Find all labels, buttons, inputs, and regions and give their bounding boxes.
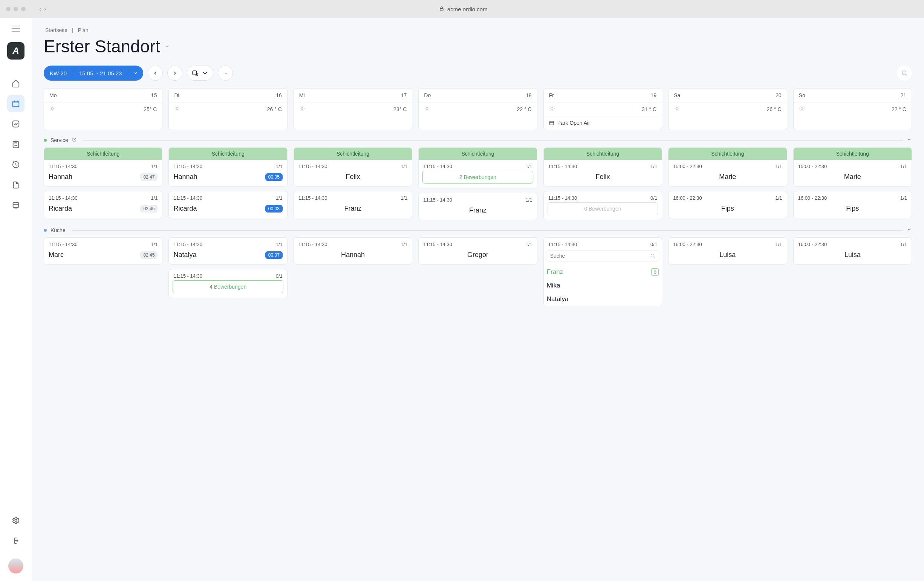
shift-card[interactable]: 11:15 - 14:301/1Marc02:45 bbox=[44, 238, 162, 264]
nav-data[interactable] bbox=[7, 197, 25, 214]
shift-card[interactable]: Schichtleitung11:15 - 14:301/12 Bewerbun… bbox=[418, 147, 537, 188]
shift-card[interactable]: 16:00 - 22:301/1Luisa bbox=[793, 238, 912, 264]
nav-home[interactable] bbox=[7, 74, 25, 92]
sun-icon bbox=[799, 106, 805, 113]
prev-week-button[interactable] bbox=[148, 66, 163, 81]
shift-count: 1/1 bbox=[276, 163, 283, 169]
page-title[interactable]: Erster Standort bbox=[44, 36, 912, 56]
shift-card[interactable]: 16:00 - 22:301/1Fips bbox=[668, 191, 787, 218]
shift-count: 1/1 bbox=[775, 195, 782, 201]
shift-card[interactable]: Schichtleitung11:15 - 14:301/1Felix bbox=[294, 147, 412, 187]
nav-calendar[interactable] bbox=[7, 95, 25, 112]
close-icon[interactable] bbox=[6, 7, 10, 11]
shift-time: 11:15 - 14:30 bbox=[49, 241, 78, 247]
shift-assignee: Franz bbox=[423, 206, 532, 215]
day-of-week: Fr bbox=[549, 92, 554, 98]
avatar[interactable] bbox=[8, 558, 23, 573]
back-icon[interactable]: ‹ bbox=[39, 6, 41, 12]
nav-time[interactable] bbox=[7, 156, 25, 173]
shift-time: 11:15 - 14:30 bbox=[299, 241, 327, 247]
day-column[interactable]: Fr19 31 ° CPark Open Air bbox=[543, 88, 662, 130]
shift-card[interactable]: 11:15 - 14:300/10 Bewerbungen bbox=[543, 191, 662, 220]
svg-point-13 bbox=[51, 107, 53, 109]
day-temp: 31 ° C bbox=[642, 106, 657, 112]
assignee-dropdown[interactable]: FranzBMikaNatalya bbox=[544, 249, 662, 306]
app-logo[interactable]: A bbox=[7, 42, 25, 59]
shift-card[interactable]: Schichtleitung11:15 - 14:301/1Felix bbox=[543, 147, 662, 187]
shift-card[interactable]: 16:00 - 22:301/1Luisa bbox=[668, 238, 787, 264]
minimize-icon[interactable] bbox=[13, 7, 18, 11]
dropdown-item[interactable]: FranzB bbox=[546, 265, 660, 279]
shift-assignee: Hannah bbox=[49, 173, 73, 181]
filter-button[interactable] bbox=[187, 66, 213, 81]
shift-column: 11:15 - 14:301/1Natalya00:0711:15 - 14:3… bbox=[168, 238, 287, 306]
shift-count: 1/1 bbox=[276, 195, 283, 201]
shift-column: 11:15 - 14:300/1 FranzBMikaNatalya bbox=[543, 238, 662, 306]
shift-count: 1/1 bbox=[401, 241, 408, 247]
more-button[interactable] bbox=[218, 66, 233, 81]
forward-icon[interactable]: › bbox=[44, 6, 46, 12]
shift-card[interactable]: 16:00 - 22:301/1Fips bbox=[793, 191, 912, 218]
shift-role: Schichtleitung bbox=[794, 148, 912, 160]
shift-time: 15:00 - 22:30 bbox=[798, 163, 827, 169]
svg-rect-0 bbox=[440, 8, 443, 10]
toolbar: KW 20 15.05. - 21.05.23 bbox=[44, 66, 912, 81]
shift-card[interactable]: Schichtleitung11:15 - 14:301/1Hannah02:4… bbox=[44, 147, 162, 187]
svg-point-19 bbox=[676, 107, 678, 109]
shift-card[interactable]: 11:15 - 14:301/1Ricarda00:03 bbox=[168, 191, 287, 218]
dropdown-item[interactable]: Natalya bbox=[546, 292, 660, 306]
nav-files[interactable] bbox=[7, 177, 25, 194]
shift-time: 11:15 - 14:30 bbox=[173, 163, 202, 169]
applications-box[interactable]: 2 Bewerbungen bbox=[422, 171, 533, 183]
day-of-week: Sa bbox=[674, 92, 680, 98]
breadcrumb-home[interactable]: Startseite bbox=[45, 27, 68, 33]
shift-card[interactable]: Schichtleitung11:15 - 14:301/1Hannah00:0… bbox=[168, 147, 287, 187]
shift-count: 1/1 bbox=[401, 195, 408, 201]
applications-box[interactable]: 0 Bewerbungen bbox=[548, 202, 658, 215]
shift-card[interactable]: Schichtleitung15:00 - 22:301/1Marie bbox=[793, 147, 912, 187]
shift-card[interactable]: 11:15 - 14:301/1Franz bbox=[418, 193, 537, 220]
shift-time: 11:15 - 14:30 bbox=[423, 241, 452, 247]
shift-card[interactable]: 11:15 - 14:301/1Gregor bbox=[418, 238, 537, 264]
day-column[interactable]: Di16 26 ° C bbox=[168, 88, 287, 130]
section-header[interactable]: Küche bbox=[44, 227, 912, 234]
shift-card[interactable]: 11:15 - 14:301/1Natalya00:07 bbox=[168, 238, 287, 264]
shift-count: 1/1 bbox=[900, 241, 907, 247]
shift-count: 1/1 bbox=[526, 197, 533, 203]
shift-role: Schichtleitung bbox=[294, 148, 412, 160]
day-column[interactable]: Mo15 25° C bbox=[44, 88, 162, 130]
day-number: 17 bbox=[401, 92, 407, 98]
nav-logout[interactable] bbox=[7, 532, 25, 550]
shift-count: 1/1 bbox=[151, 163, 157, 169]
shift-count: 1/1 bbox=[526, 163, 533, 169]
day-column[interactable]: So21 22 ° C bbox=[793, 88, 912, 130]
url-text[interactable]: acme.ordio.com bbox=[447, 6, 488, 12]
shift-card[interactable]: 11:15 - 14:301/1Ricarda02:45 bbox=[44, 191, 162, 218]
shift-card[interactable]: 11:15 - 14:300/14 Bewerbungen bbox=[168, 269, 287, 298]
nav-analytics[interactable] bbox=[7, 115, 25, 133]
day-column[interactable]: Mi17 23° C bbox=[294, 88, 412, 130]
nav-tasks[interactable] bbox=[7, 135, 25, 153]
shift-card[interactable]: 11:15 - 14:301/1Hannah bbox=[294, 238, 412, 264]
search-button[interactable] bbox=[897, 66, 912, 81]
week-selector[interactable]: KW 20 15.05. - 21.05.23 bbox=[44, 66, 143, 81]
maximize-icon[interactable] bbox=[21, 7, 26, 11]
shift-assignee: Fips bbox=[798, 205, 907, 213]
applications-box[interactable]: 4 Bewerbungen bbox=[173, 280, 283, 293]
shift-assignee: Ricarda bbox=[173, 205, 197, 213]
time-badge: 02:45 bbox=[140, 251, 157, 259]
next-week-button[interactable] bbox=[167, 66, 182, 81]
filter-icon bbox=[192, 70, 199, 76]
breadcrumb-current[interactable]: Plan bbox=[78, 27, 89, 33]
day-column[interactable]: Sa20 26 ° C bbox=[668, 88, 787, 130]
day-column[interactable]: Do18 22 ° C bbox=[418, 88, 537, 130]
search-input[interactable] bbox=[550, 253, 650, 259]
shift-card[interactable]: 11:15 - 14:301/1Franz bbox=[294, 191, 412, 218]
nav-settings[interactable] bbox=[7, 512, 25, 529]
shift-card[interactable]: Schichtleitung15:00 - 22:301/1Marie bbox=[668, 147, 787, 187]
day-of-week: So bbox=[799, 92, 805, 98]
dropdown-item[interactable]: Mika bbox=[546, 279, 660, 292]
menu-icon[interactable] bbox=[12, 26, 20, 31]
section-header[interactable]: Service bbox=[44, 137, 912, 144]
shift-card[interactable]: 11:15 - 14:300/1 FranzBMikaNatalya bbox=[543, 238, 662, 306]
